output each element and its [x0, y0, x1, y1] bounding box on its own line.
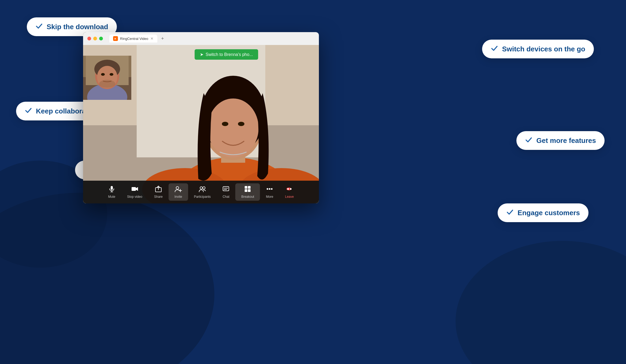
participants-button[interactable]: Participants: [188, 183, 217, 201]
tab-title: RingCentral Video: [120, 37, 148, 41]
check-icon-features: [525, 136, 532, 145]
check-icon-skip: [35, 22, 43, 31]
svg-rect-34: [132, 187, 136, 191]
chip-switch-text: Switch devices on the go: [502, 45, 585, 53]
mute-label: Mute: [108, 195, 115, 199]
share-icon: [155, 185, 162, 194]
svg-point-14: [208, 98, 259, 157]
stop-video-button[interactable]: Stop video: [121, 183, 148, 201]
more-label: More: [266, 195, 273, 199]
chip-switch-devices: Switch devices on the go: [482, 40, 594, 58]
breakout-button[interactable]: Breakout: [235, 183, 260, 201]
switch-arrow-icon: ➤: [200, 52, 203, 57]
chip-skip-text: Skip the download: [47, 23, 108, 31]
svg-rect-41: [223, 187, 229, 191]
svg-point-49: [269, 188, 270, 190]
svg-rect-46: [245, 189, 247, 192]
breakout-label: Breakout: [241, 195, 254, 199]
svg-point-1: [0, 193, 214, 364]
chat-label: Chat: [223, 195, 229, 199]
chip-engage-text: Engage customers: [517, 209, 580, 217]
participants-icon: [199, 185, 206, 194]
mute-button[interactable]: Mute: [102, 183, 121, 201]
leave-icon: [286, 185, 293, 194]
svg-point-30: [110, 73, 113, 76]
svg-point-48: [267, 188, 268, 190]
invite-button[interactable]: Invite: [169, 183, 188, 201]
switch-banner-text: Switch to Brenna's pho...: [206, 52, 253, 57]
mute-icon: [108, 185, 115, 194]
svg-point-50: [271, 188, 273, 190]
svg-point-39: [200, 187, 203, 189]
controls-bar: Mute Stop video: [83, 181, 319, 203]
more-button[interactable]: More: [260, 183, 279, 201]
switch-device-banner[interactable]: ➤ Switch to Brenna's pho...: [195, 49, 258, 60]
svg-point-2: [456, 241, 626, 364]
tab-add-button[interactable]: +: [159, 35, 166, 42]
check-icon-keep: [25, 107, 32, 116]
check-icon-engage: [506, 208, 514, 217]
participant-video: [83, 56, 131, 100]
leave-button[interactable]: Leave: [279, 183, 300, 201]
share-label: Share: [154, 195, 163, 199]
svg-point-53: [290, 188, 292, 190]
stop-video-label: Stop video: [127, 195, 142, 199]
video-area: ➤ Switch to Brenna's pho...: [83, 45, 319, 203]
dot-yellow: [93, 37, 97, 40]
check-icon-switch: [491, 44, 498, 54]
svg-point-40: [203, 187, 205, 189]
video-icon: [131, 185, 139, 194]
more-icon: [266, 185, 273, 194]
svg-rect-45: [248, 186, 251, 189]
chat-button[interactable]: Chat: [217, 183, 235, 201]
tab-favicon: R: [113, 36, 118, 41]
browser-tab-ringcentral[interactable]: R RingCentral Video ✕: [109, 35, 157, 43]
browser-titlebar: R RingCentral Video ✕ +: [83, 32, 319, 45]
breakout-icon: [244, 185, 251, 194]
dot-red: [87, 37, 91, 40]
svg-point-52: [287, 188, 289, 190]
traffic-lights: [87, 37, 103, 40]
svg-point-28: [99, 80, 115, 88]
chip-features-text: Get more features: [536, 136, 596, 145]
chip-engage-customers: Engage customers: [498, 203, 588, 222]
svg-point-16: [238, 122, 244, 126]
browser-window: R RingCentral Video ✕ + ➤ Switch to Bren…: [83, 32, 319, 203]
svg-text:R: R: [114, 37, 116, 40]
svg-rect-31: [111, 186, 113, 190]
svg-rect-47: [248, 189, 251, 192]
dot-green: [99, 37, 103, 40]
invite-label: Invite: [174, 195, 182, 199]
invite-icon: [174, 185, 182, 194]
svg-point-15: [222, 122, 228, 126]
share-button[interactable]: Share: [148, 183, 169, 201]
participant-thumbnail: [83, 56, 131, 100]
participants-label: Participants: [194, 195, 211, 199]
chat-icon: [222, 185, 229, 194]
svg-rect-44: [245, 186, 247, 189]
tab-area: R RingCentral Video ✕ +: [109, 35, 315, 43]
svg-point-36: [176, 187, 179, 189]
chip-get-more-features: Get more features: [516, 131, 605, 150]
tab-close-button[interactable]: ✕: [150, 36, 154, 41]
svg-point-29: [101, 73, 105, 76]
leave-label: Leave: [285, 195, 294, 199]
